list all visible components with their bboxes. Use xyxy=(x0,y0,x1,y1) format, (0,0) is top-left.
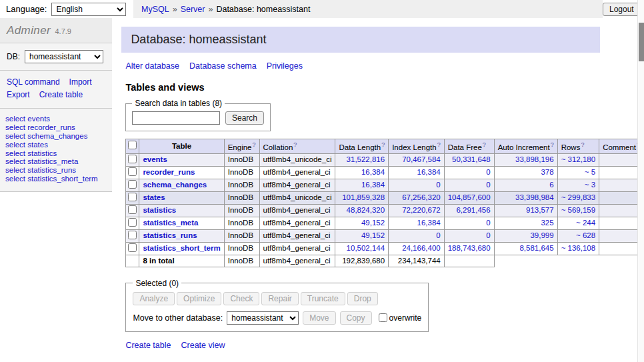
search-input[interactable] xyxy=(132,111,220,125)
auto_increment-link[interactable]: 6 xyxy=(549,181,553,189)
sidebar-select-states[interactable]: select states xyxy=(5,141,107,149)
sidebar-select-statistics-runs[interactable]: select statistics_runs xyxy=(5,166,107,175)
analyze-button[interactable]: Analyze xyxy=(133,292,175,305)
table-link-schema_changes[interactable]: schema_changes xyxy=(143,181,207,189)
auto_increment-link[interactable]: 325 xyxy=(541,219,553,227)
index_length-link[interactable]: 0 xyxy=(436,231,440,239)
help-icon[interactable]: ? xyxy=(253,141,256,148)
row-checkbox-schema_changes[interactable] xyxy=(128,180,137,189)
breadcrumb-mysql-link[interactable]: MySQL xyxy=(141,5,169,14)
sidebar-select-statistics-meta[interactable]: select statistics_meta xyxy=(5,157,107,166)
auto_increment-link[interactable]: 913,577 xyxy=(526,206,554,214)
table-link-states[interactable]: states xyxy=(143,193,165,201)
rows-link[interactable]: ~ 5 xyxy=(585,168,595,176)
rows-link[interactable]: ~ 136,108 xyxy=(561,244,595,252)
auto_increment-link[interactable]: 33,898,196 xyxy=(515,155,554,163)
move-button[interactable]: Move xyxy=(303,311,335,325)
scrollbar-thumb[interactable] xyxy=(639,23,644,61)
data_length-link[interactable]: 16,384 xyxy=(361,181,385,189)
index_length-link[interactable]: 16,384 xyxy=(417,168,441,176)
overwrite-checkbox[interactable] xyxy=(379,313,387,322)
row-checkbox-statistics_runs[interactable] xyxy=(128,231,137,239)
data_length-link[interactable]: 16,384 xyxy=(361,168,385,176)
data_free-link[interactable]: 188,743,680 xyxy=(448,244,491,252)
index_length-link[interactable]: 70,467,584 xyxy=(402,155,441,163)
optimize-button[interactable]: Optimize xyxy=(177,292,221,305)
table-link-statistics_runs[interactable]: statistics_runs xyxy=(143,231,197,239)
data_free-link[interactable]: 0 xyxy=(486,219,490,227)
select-all-checkbox[interactable] xyxy=(128,141,137,149)
logout-button[interactable]: Logout xyxy=(603,3,641,16)
search-button[interactable]: Search xyxy=(225,111,264,125)
data_free-link[interactable]: 104,857,600 xyxy=(448,193,491,201)
index_length-link[interactable]: 72,220,672 xyxy=(402,206,441,214)
sidebar-link-sql-command[interactable]: SQL command xyxy=(7,77,60,87)
row-checkbox-statistics_short_term[interactable] xyxy=(128,243,137,252)
link-database-schema[interactable]: Database schema xyxy=(189,61,257,71)
data_length-link[interactable]: 10,502,144 xyxy=(347,244,385,252)
auto_increment-link[interactable]: 378 xyxy=(541,168,553,176)
link-alter-database[interactable]: Alter database xyxy=(125,61,179,71)
adminer-logo[interactable]: Adminer 4.7.9 xyxy=(0,18,112,43)
sidebar-select-statistics[interactable]: select statistics xyxy=(5,149,107,158)
auto_increment-link[interactable]: 39,999 xyxy=(530,231,553,239)
index_length-link[interactable]: 67,256,320 xyxy=(402,193,441,201)
data_free-link[interactable]: 0 xyxy=(486,181,490,189)
row-checkbox-events[interactable] xyxy=(128,155,137,163)
row-checkbox-recorder_runs[interactable] xyxy=(128,167,137,176)
rows-link[interactable]: ~ 569,159 xyxy=(561,206,595,214)
rows-link[interactable]: ~ 299,833 xyxy=(561,193,595,201)
auto_increment-link[interactable]: 8,581,645 xyxy=(519,244,553,252)
repair-button[interactable]: Repair xyxy=(261,292,298,305)
row-checkbox-states[interactable] xyxy=(128,193,137,201)
data_length-link[interactable]: 49,152 xyxy=(361,231,385,239)
breadcrumb-server-link[interactable]: Server xyxy=(181,5,205,14)
drop-button[interactable]: Drop xyxy=(347,292,378,305)
table-link-recorder_runs[interactable]: recorder_runs xyxy=(143,168,195,176)
help-icon[interactable]: ? xyxy=(483,141,486,148)
row-checkbox-statistics_meta[interactable] xyxy=(128,218,137,227)
sidebar-link-create-table[interactable]: Create table xyxy=(39,90,83,99)
adminer-logo-text[interactable]: Adminer xyxy=(7,24,51,37)
table-link-statistics[interactable]: statistics xyxy=(143,206,176,214)
sidebar-select-statistics-short-term[interactable]: select statistics_short_term xyxy=(5,175,107,183)
help-icon[interactable]: ? xyxy=(551,141,554,148)
sidebar-select-schema-changes[interactable]: select schema_changes xyxy=(5,132,107,141)
data_free-link[interactable]: 0 xyxy=(486,231,490,239)
row-checkbox-statistics[interactable] xyxy=(128,205,137,214)
language-select[interactable]: English xyxy=(51,3,126,16)
table-link-events[interactable]: events xyxy=(143,155,167,163)
data_length-link[interactable]: 101,859,328 xyxy=(342,193,385,201)
help-icon[interactable]: ? xyxy=(437,141,441,148)
data_free-link[interactable]: 6,291,456 xyxy=(456,206,490,214)
sidebar-select-recorder-runs[interactable]: select recorder_runs xyxy=(5,123,107,132)
help-icon[interactable]: ? xyxy=(381,141,385,148)
index_length-link[interactable]: 24,166,400 xyxy=(402,244,441,252)
db-select[interactable]: homeassistant xyxy=(25,50,103,63)
copy-button[interactable]: Copy xyxy=(340,311,372,325)
scrollbar[interactable] xyxy=(637,0,644,362)
data_length-link[interactable]: 49,152 xyxy=(361,219,385,227)
data_length-link[interactable]: 31,522,816 xyxy=(347,155,385,163)
sidebar-select-events[interactable]: select events xyxy=(5,115,107,123)
link-create-view[interactable]: Create view xyxy=(181,341,225,350)
move-db-select[interactable]: homeassistant xyxy=(227,311,299,325)
data_free-link[interactable]: 50,331,648 xyxy=(452,155,491,163)
rows-link[interactable]: ~ 628 xyxy=(576,231,595,239)
data_free-link[interactable]: 0 xyxy=(486,168,490,176)
truncate-button[interactable]: Truncate xyxy=(301,292,345,305)
auto_increment-link[interactable]: 33,398,984 xyxy=(515,193,554,201)
index_length-link[interactable]: 16,384 xyxy=(417,219,441,227)
rows-link[interactable]: ~ 244 xyxy=(576,219,595,227)
rows-link[interactable]: ~ 3 xyxy=(585,181,595,189)
link-privileges[interactable]: Privileges xyxy=(267,61,303,71)
link-create-table[interactable]: Create table xyxy=(125,341,171,350)
rows-link[interactable]: ~ 312,180 xyxy=(561,155,595,163)
help-icon[interactable]: ? xyxy=(581,141,584,148)
table-link-statistics_short_term[interactable]: statistics_short_term xyxy=(143,244,220,252)
sidebar-link-import[interactable]: Import xyxy=(69,77,92,87)
index_length-link[interactable]: 0 xyxy=(436,181,440,189)
data_length-link[interactable]: 48,824,320 xyxy=(347,206,385,214)
help-icon[interactable]: ? xyxy=(293,141,297,148)
check-button[interactable]: Check xyxy=(223,292,259,305)
